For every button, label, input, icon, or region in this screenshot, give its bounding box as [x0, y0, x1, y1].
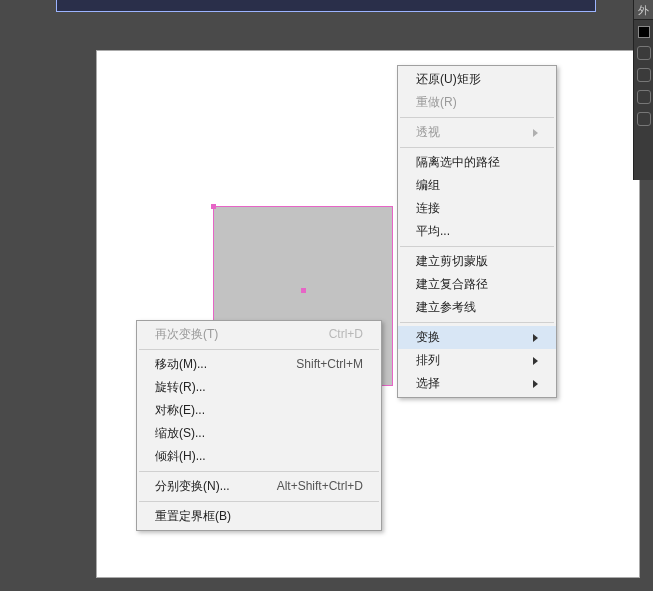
menu-item-shortcut: Ctrl+D	[329, 326, 363, 343]
menu-separator	[400, 322, 554, 323]
sub_menu-item[interactable]: 旋转(R)...	[137, 376, 381, 399]
sub_menu-item[interactable]: 分别变换(N)...Alt+Shift+Ctrl+D	[137, 475, 381, 498]
chevron-right-icon	[533, 334, 538, 342]
menu-separator	[139, 501, 379, 502]
menu-item-label: 建立剪切蒙版	[416, 253, 488, 270]
context-menu[interactable]: 还原(U)矩形重做(R)透视隔离选中的路径编组连接平均...建立剪切蒙版建立复合…	[397, 65, 557, 398]
menu-separator	[139, 471, 379, 472]
menu-item-label: 再次变换(T)	[155, 326, 218, 343]
menu-item-label: 移动(M)...	[155, 356, 207, 373]
primary_menu-item: 重做(R)	[398, 91, 556, 114]
sub_menu-item[interactable]: 对称(E)...	[137, 399, 381, 422]
primary_menu-item: 透视	[398, 121, 556, 144]
menu-item-label: 倾斜(H)...	[155, 448, 206, 465]
primary_menu-item[interactable]: 还原(U)矩形	[398, 68, 556, 91]
menu-item-label: 连接	[416, 200, 440, 217]
sub_menu-item[interactable]: 重置定界框(B)	[137, 505, 381, 528]
sub_menu-item: 再次变换(T)Ctrl+D	[137, 323, 381, 346]
transform-submenu[interactable]: 再次变换(T)Ctrl+D移动(M)...Shift+Ctrl+M旋转(R)..…	[136, 320, 382, 531]
menu-item-shortcut: Shift+Ctrl+M	[296, 356, 363, 373]
anchor-center[interactable]	[301, 288, 306, 293]
sub_menu-item[interactable]: 移动(M)...Shift+Ctrl+M	[137, 353, 381, 376]
primary_menu-item[interactable]: 建立剪切蒙版	[398, 250, 556, 273]
menu-item-label: 平均...	[416, 223, 450, 240]
panel-icon[interactable]	[637, 90, 651, 104]
sub_menu-item[interactable]: 倾斜(H)...	[137, 445, 381, 468]
panel-icon[interactable]	[637, 112, 651, 126]
menu-item-label: 分别变换(N)...	[155, 478, 230, 495]
chevron-right-icon	[533, 380, 538, 388]
menu-item-label: 建立参考线	[416, 299, 476, 316]
sub_menu-item[interactable]: 缩放(S)...	[137, 422, 381, 445]
fill-swatch[interactable]	[638, 26, 650, 38]
primary_menu-item[interactable]: 建立参考线	[398, 296, 556, 319]
primary_menu-item[interactable]: 平均...	[398, 220, 556, 243]
panel-tab-appearance[interactable]: 外	[634, 0, 653, 20]
anchor-top-left[interactable]	[211, 204, 216, 209]
menu-separator	[139, 349, 379, 350]
primary_menu-item[interactable]: 编组	[398, 174, 556, 197]
menu-item-label: 缩放(S)...	[155, 425, 205, 442]
menu-item-label: 选择	[416, 375, 440, 392]
menu-separator	[400, 147, 554, 148]
menu-item-label: 透视	[416, 124, 440, 141]
menu-item-label: 变换	[416, 329, 440, 346]
right-panel: 外	[633, 0, 653, 180]
menu-item-shortcut: Alt+Shift+Ctrl+D	[277, 478, 363, 495]
menu-item-label: 重做(R)	[416, 94, 457, 111]
menu-item-label: 编组	[416, 177, 440, 194]
panel-icon[interactable]	[637, 68, 651, 82]
chevron-right-icon	[533, 357, 538, 365]
selection-bounding-fragment	[56, 0, 596, 12]
menu-item-label: 旋转(R)...	[155, 379, 206, 396]
primary_menu-item[interactable]: 变换	[398, 326, 556, 349]
menu-item-label: 重置定界框(B)	[155, 508, 231, 525]
menu-item-label: 隔离选中的路径	[416, 154, 500, 171]
menu-separator	[400, 117, 554, 118]
primary_menu-item[interactable]: 建立复合路径	[398, 273, 556, 296]
menu-item-label: 建立复合路径	[416, 276, 488, 293]
menu-item-label: 还原(U)矩形	[416, 71, 481, 88]
primary_menu-item[interactable]: 隔离选中的路径	[398, 151, 556, 174]
primary_menu-item[interactable]: 选择	[398, 372, 556, 395]
panel-icon[interactable]	[637, 46, 651, 60]
primary_menu-item[interactable]: 连接	[398, 197, 556, 220]
chevron-right-icon	[533, 129, 538, 137]
primary_menu-item[interactable]: 排列	[398, 349, 556, 372]
menu-separator	[400, 246, 554, 247]
menu-item-label: 排列	[416, 352, 440, 369]
menu-item-label: 对称(E)...	[155, 402, 205, 419]
